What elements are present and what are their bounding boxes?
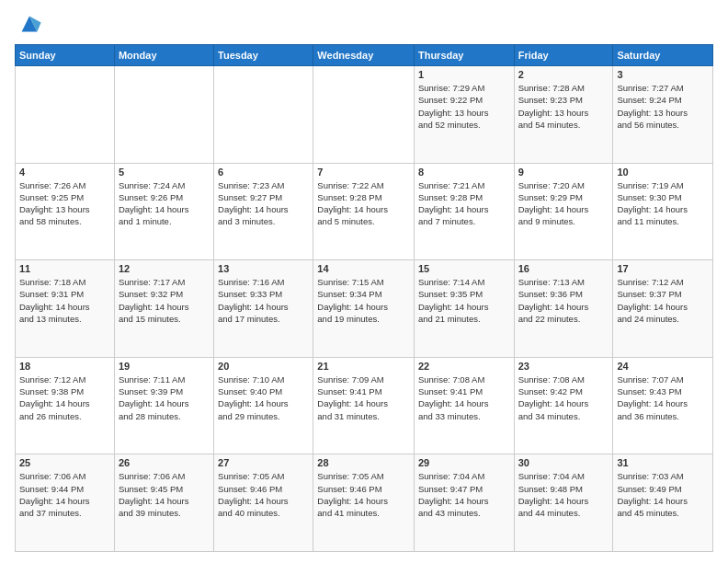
day-number: 4 bbox=[19, 167, 110, 178]
day-info: Sunrise: 7:21 AM bbox=[418, 179, 510, 191]
day-info: Sunrise: 7:06 AM bbox=[19, 470, 110, 482]
day-info: Sunrise: 7:19 AM bbox=[617, 179, 709, 191]
day-info: and 1 minute. bbox=[119, 215, 210, 227]
day-number: 19 bbox=[119, 361, 210, 372]
calendar-cell: 14Sunrise: 7:15 AMSunset: 9:34 PMDayligh… bbox=[313, 260, 415, 358]
day-info: Sunrise: 7:20 AM bbox=[518, 179, 609, 191]
day-info: and 3 minutes. bbox=[218, 215, 309, 227]
calendar-cell: 28Sunrise: 7:05 AMSunset: 9:46 PMDayligh… bbox=[313, 454, 415, 552]
day-info: Sunrise: 7:14 AM bbox=[418, 276, 510, 288]
calendar-cell: 21Sunrise: 7:09 AMSunset: 9:41 PMDayligh… bbox=[313, 357, 415, 454]
day-info: Sunset: 9:24 PM bbox=[617, 94, 709, 106]
calendar-cell: 13Sunrise: 7:16 AMSunset: 9:33 PMDayligh… bbox=[214, 260, 313, 358]
day-info: Sunrise: 7:09 AM bbox=[317, 373, 410, 385]
day-number: 25 bbox=[19, 457, 110, 468]
calendar-cell: 4Sunrise: 7:26 AMSunset: 9:25 PMDaylight… bbox=[16, 163, 115, 260]
day-info: Sunrise: 7:08 AM bbox=[518, 373, 609, 385]
day-info: Sunset: 9:33 PM bbox=[218, 288, 309, 300]
day-info: Sunset: 9:34 PM bbox=[317, 288, 410, 300]
day-info: Sunset: 9:28 PM bbox=[317, 191, 410, 203]
day-info: Sunrise: 7:10 AM bbox=[218, 373, 309, 385]
calendar-cell: 26Sunrise: 7:06 AMSunset: 9:45 PMDayligh… bbox=[114, 454, 213, 552]
day-number: 2 bbox=[518, 69, 609, 80]
day-info: Sunrise: 7:18 AM bbox=[19, 276, 110, 288]
day-info: and 37 minutes. bbox=[19, 507, 110, 519]
day-info: Daylight: 14 hours bbox=[317, 301, 410, 313]
day-info: and 56 minutes. bbox=[617, 119, 709, 131]
day-info: Sunrise: 7:04 AM bbox=[518, 470, 609, 482]
day-info: Sunset: 9:29 PM bbox=[518, 191, 609, 203]
day-info: Sunrise: 7:11 AM bbox=[119, 373, 210, 385]
day-info: Sunrise: 7:04 AM bbox=[418, 470, 510, 482]
calendar-cell: 24Sunrise: 7:07 AMSunset: 9:43 PMDayligh… bbox=[613, 357, 713, 454]
weekday-header: Thursday bbox=[414, 45, 514, 66]
day-info: Sunrise: 7:29 AM bbox=[418, 82, 510, 94]
day-info: Sunset: 9:47 PM bbox=[418, 483, 510, 495]
day-info: Sunset: 9:37 PM bbox=[617, 288, 709, 300]
calendar-cell: 1Sunrise: 7:29 AMSunset: 9:22 PMDaylight… bbox=[414, 66, 514, 164]
day-info: Daylight: 14 hours bbox=[19, 397, 110, 409]
day-number: 16 bbox=[518, 263, 609, 274]
day-number: 28 bbox=[317, 457, 410, 468]
logo bbox=[15, 11, 42, 37]
day-info: Daylight: 14 hours bbox=[317, 203, 410, 215]
day-info: Sunset: 9:38 PM bbox=[19, 385, 110, 397]
day-info: and 52 minutes. bbox=[418, 119, 510, 131]
calendar-table: SundayMondayTuesdayWednesdayThursdayFrid… bbox=[15, 44, 713, 552]
day-info: Daylight: 14 hours bbox=[119, 301, 210, 313]
day-info: Sunrise: 7:12 AM bbox=[617, 276, 709, 288]
day-info: Daylight: 14 hours bbox=[518, 495, 609, 507]
day-info: Sunset: 9:48 PM bbox=[518, 483, 609, 495]
day-info: Daylight: 14 hours bbox=[317, 397, 410, 409]
day-info: and 36 minutes. bbox=[617, 410, 709, 422]
day-info: Daylight: 14 hours bbox=[518, 301, 609, 313]
day-info: Sunset: 9:42 PM bbox=[518, 385, 609, 397]
calendar-cell bbox=[114, 66, 213, 164]
day-info: Sunset: 9:39 PM bbox=[119, 385, 210, 397]
day-info: and 43 minutes. bbox=[418, 507, 510, 519]
day-number: 29 bbox=[418, 457, 510, 468]
day-number: 6 bbox=[218, 167, 309, 178]
day-info: Daylight: 14 hours bbox=[418, 203, 510, 215]
day-number: 24 bbox=[617, 361, 709, 372]
day-info: Sunset: 9:43 PM bbox=[617, 385, 709, 397]
day-number: 20 bbox=[218, 361, 309, 372]
day-info: and 5 minutes. bbox=[317, 215, 410, 227]
day-info: Sunrise: 7:05 AM bbox=[218, 470, 309, 482]
day-info: and 45 minutes. bbox=[617, 507, 709, 519]
day-number: 3 bbox=[617, 69, 709, 80]
day-info: Sunrise: 7:22 AM bbox=[317, 179, 410, 191]
day-info: Sunset: 9:44 PM bbox=[19, 483, 110, 495]
day-info: Daylight: 14 hours bbox=[218, 301, 309, 313]
calendar-week-row: 25Sunrise: 7:06 AMSunset: 9:44 PMDayligh… bbox=[16, 454, 713, 552]
calendar-cell: 27Sunrise: 7:05 AMSunset: 9:46 PMDayligh… bbox=[214, 454, 313, 552]
calendar-cell: 2Sunrise: 7:28 AMSunset: 9:23 PMDaylight… bbox=[514, 66, 613, 164]
weekday-header: Saturday bbox=[613, 45, 713, 66]
day-info: Daylight: 14 hours bbox=[518, 203, 609, 215]
day-number: 7 bbox=[317, 167, 410, 178]
day-info: Sunrise: 7:13 AM bbox=[518, 276, 609, 288]
day-info: Daylight: 14 hours bbox=[19, 495, 110, 507]
day-info: Daylight: 14 hours bbox=[317, 495, 410, 507]
day-info: and 33 minutes. bbox=[418, 410, 510, 422]
day-number: 14 bbox=[317, 263, 410, 274]
weekday-header: Wednesday bbox=[313, 45, 415, 66]
calendar-cell: 18Sunrise: 7:12 AMSunset: 9:38 PMDayligh… bbox=[16, 357, 115, 454]
day-info: Daylight: 14 hours bbox=[119, 203, 210, 215]
day-info: Sunset: 9:28 PM bbox=[418, 191, 510, 203]
day-info: Sunset: 9:30 PM bbox=[617, 191, 709, 203]
day-info: Sunrise: 7:23 AM bbox=[218, 179, 309, 191]
day-info: Sunset: 9:26 PM bbox=[119, 191, 210, 203]
day-info: Daylight: 14 hours bbox=[418, 397, 510, 409]
day-info: Sunrise: 7:06 AM bbox=[119, 470, 210, 482]
day-info: Sunrise: 7:15 AM bbox=[317, 276, 410, 288]
day-info: and 11 minutes. bbox=[617, 215, 709, 227]
day-info: Sunset: 9:49 PM bbox=[617, 483, 709, 495]
day-info: and 58 minutes. bbox=[19, 215, 110, 227]
day-info: and 21 minutes. bbox=[418, 313, 510, 325]
day-info: Sunrise: 7:03 AM bbox=[617, 470, 709, 482]
day-info: Daylight: 14 hours bbox=[617, 495, 709, 507]
day-info: Sunset: 9:32 PM bbox=[119, 288, 210, 300]
calendar-cell: 23Sunrise: 7:08 AMSunset: 9:42 PMDayligh… bbox=[514, 357, 613, 454]
day-info: and 54 minutes. bbox=[518, 119, 609, 131]
